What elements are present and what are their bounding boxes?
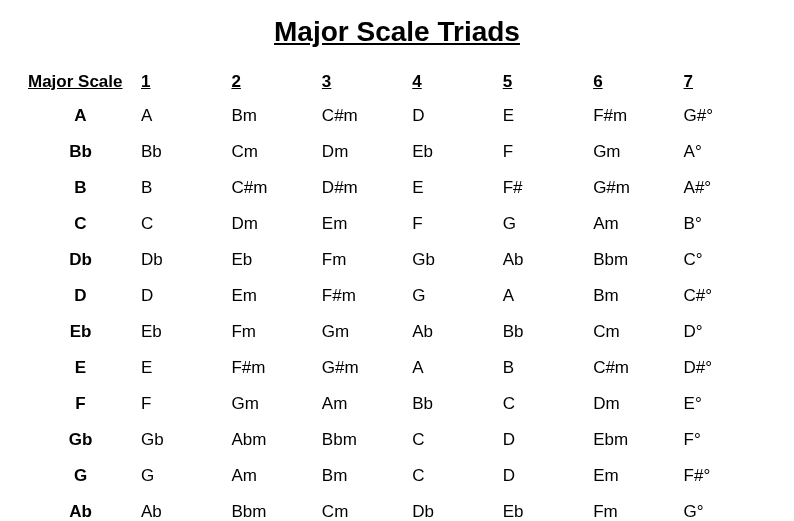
- triad-cell: E: [137, 350, 227, 386]
- triad-cell: Bb: [499, 314, 589, 350]
- header-degree-5: 5: [499, 66, 589, 98]
- scale-name-cell: D: [24, 278, 137, 314]
- triad-cell: Gm: [318, 314, 408, 350]
- header-degree-2: 2: [227, 66, 317, 98]
- triad-cell: Bb: [137, 134, 227, 170]
- triad-cell: Cm: [589, 314, 679, 350]
- triad-cell: G: [408, 278, 498, 314]
- scale-name-cell: Eb: [24, 314, 137, 350]
- triad-cell: Am: [589, 206, 679, 242]
- triad-cell: Ebm: [589, 422, 679, 458]
- triad-cell: Fm: [589, 494, 679, 521]
- triad-cell: C: [137, 206, 227, 242]
- triad-cell: A°: [680, 134, 770, 170]
- triad-cell: C#m: [589, 350, 679, 386]
- header-degree-3: 3: [318, 66, 408, 98]
- triad-cell: D: [499, 458, 589, 494]
- header-row: Major Scale 1 2 3 4 5 6 7: [24, 66, 770, 98]
- triad-cell: F#°: [680, 458, 770, 494]
- page-title: Major Scale Triads: [24, 16, 770, 48]
- triad-cell: C°: [680, 242, 770, 278]
- triad-cell: Ab: [499, 242, 589, 278]
- triad-cell: G: [499, 206, 589, 242]
- triad-cell: B: [499, 350, 589, 386]
- triad-cell: F: [137, 386, 227, 422]
- table-row: CCDmEmFGAmB°: [24, 206, 770, 242]
- triad-cell: G#°: [680, 98, 770, 134]
- header-degree-1: 1: [137, 66, 227, 98]
- triad-cell: D#m: [318, 170, 408, 206]
- triad-cell: Em: [318, 206, 408, 242]
- table-body: AABmC#mDEF#mG#°BbBbCmDmEbFGmA°BBC#mD#mEF…: [24, 98, 770, 521]
- header-degree-7: 7: [680, 66, 770, 98]
- scale-name-cell: Bb: [24, 134, 137, 170]
- triad-cell: F: [408, 206, 498, 242]
- triad-cell: Eb: [137, 314, 227, 350]
- triad-cell: Bbm: [318, 422, 408, 458]
- triad-cell: Dm: [318, 134, 408, 170]
- triad-cell: Eb: [499, 494, 589, 521]
- triad-cell: Em: [227, 278, 317, 314]
- triad-cell: Bb: [408, 386, 498, 422]
- triad-cell: B°: [680, 206, 770, 242]
- triad-cell: C#m: [318, 98, 408, 134]
- triad-cell: Bm: [318, 458, 408, 494]
- table-row: DbDbEbFmGbAbBbmC°: [24, 242, 770, 278]
- triad-cell: Dm: [589, 386, 679, 422]
- triad-cell: Eb: [227, 242, 317, 278]
- triad-cell: B: [137, 170, 227, 206]
- table-row: EEF#mG#mABC#mD#°: [24, 350, 770, 386]
- header-degree-4: 4: [408, 66, 498, 98]
- triad-cell: D: [137, 278, 227, 314]
- triad-cell: F: [499, 134, 589, 170]
- triad-cell: Am: [318, 386, 408, 422]
- triad-cell: G°: [680, 494, 770, 521]
- triad-cell: C: [499, 386, 589, 422]
- triad-cell: D°: [680, 314, 770, 350]
- triad-cell: E: [499, 98, 589, 134]
- triad-cell: F°: [680, 422, 770, 458]
- triad-cell: G: [137, 458, 227, 494]
- table-row: GGAmBmCDEmF#°: [24, 458, 770, 494]
- triad-cell: Am: [227, 458, 317, 494]
- triad-cell: E: [408, 170, 498, 206]
- triad-cell: E°: [680, 386, 770, 422]
- triad-cell: Db: [408, 494, 498, 521]
- triad-cell: Eb: [408, 134, 498, 170]
- table-row: DDEmF#mGABmC#°: [24, 278, 770, 314]
- triad-cell: A: [499, 278, 589, 314]
- table-row: BbBbCmDmEbFGmA°: [24, 134, 770, 170]
- triad-cell: Ab: [408, 314, 498, 350]
- triad-cell: C: [408, 458, 498, 494]
- triad-cell: F#m: [589, 98, 679, 134]
- triad-cell: Cm: [318, 494, 408, 521]
- table-row: FFGmAmBbCDmE°: [24, 386, 770, 422]
- triad-cell: Bm: [589, 278, 679, 314]
- triad-cell: Em: [589, 458, 679, 494]
- header-scale: Major Scale: [24, 66, 137, 98]
- triad-cell: F#: [499, 170, 589, 206]
- scale-name-cell: Gb: [24, 422, 137, 458]
- triad-cell: Gb: [137, 422, 227, 458]
- table-row: GbGbAbmBbmCDEbmF°: [24, 422, 770, 458]
- table-row: EbEbFmGmAbBbCmD°: [24, 314, 770, 350]
- triad-cell: D#°: [680, 350, 770, 386]
- table-row: AbAbBbmCmDbEbFmG°: [24, 494, 770, 521]
- triad-cell: C#m: [227, 170, 317, 206]
- table-row: BBC#mD#mEF#G#mA#°: [24, 170, 770, 206]
- triad-cell: Bbm: [589, 242, 679, 278]
- triad-cell: C#°: [680, 278, 770, 314]
- triad-cell: Gb: [408, 242, 498, 278]
- scale-name-cell: C: [24, 206, 137, 242]
- triad-cell: G#m: [318, 350, 408, 386]
- triad-cell: C: [408, 422, 498, 458]
- scale-name-cell: E: [24, 350, 137, 386]
- scale-name-cell: Db: [24, 242, 137, 278]
- triad-cell: Gm: [589, 134, 679, 170]
- triad-cell: D: [408, 98, 498, 134]
- triad-cell: A#°: [680, 170, 770, 206]
- scale-name-cell: Ab: [24, 494, 137, 521]
- triad-table: Major Scale 1 2 3 4 5 6 7 AABmC#mDEF#mG#…: [24, 66, 770, 521]
- scale-name-cell: B: [24, 170, 137, 206]
- triad-cell: Dm: [227, 206, 317, 242]
